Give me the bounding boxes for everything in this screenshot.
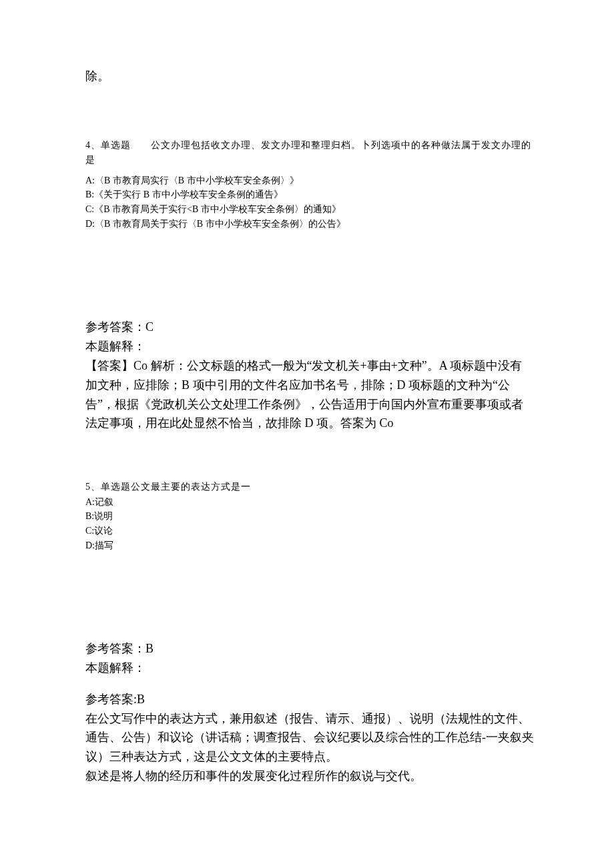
q4-stem: 4、单选题 公文办理包括收文办理、发文办理和整理归档。卜列选项中的各种做法属于发… <box>85 138 534 168</box>
q5-body-1: 在公文写作中的表达方式，兼用叙述（报告、请示、通报）、说明（法规性的文件、通告、… <box>85 709 534 767</box>
q5-option-c: C:议论 <box>85 524 534 538</box>
q4-option-b: B:《关于实行 B 市中小学校车安全条例的通告》 <box>85 187 534 202</box>
q4-explanation-text: 【答案】Co 解析：公文标题的格式一般为“发文机关+事由+文种”。A 项标题中没… <box>85 356 534 433</box>
q5-option-b: B:说明 <box>85 509 534 524</box>
q4-option-a: A:〈B 市教育局实行〈B 市中小学校车安全条例〉》 <box>85 173 534 188</box>
q5-option-a: A:记叙 <box>85 495 534 510</box>
q4-answer-label: 参考答案：C <box>85 318 534 337</box>
q4-option-d: D:〈B 市教育局关于实行〈B 市中小学校车安全条例〉的公告》 <box>85 217 534 232</box>
q5-explanation-label: 本题解释： <box>85 659 534 678</box>
q5-answer-label: 参考答案：B <box>85 639 534 659</box>
q3-tail-text: 除。 <box>85 67 534 86</box>
q5-ref-answer: 参考答案:B <box>85 690 534 709</box>
q5-stem: 5、单选题公文最主要的表达方式是一 <box>85 480 534 494</box>
q5-option-d: D:描写 <box>85 538 534 553</box>
q4-explanation-label: 本题解释： <box>85 337 534 356</box>
q5-body-2: 叙述是将人物的经历和事件的发展变化过程所作的叙说与交代。 <box>85 767 534 786</box>
q4-option-c: C:《B 市教育局关于实行<B 市中小学校车安全条例〉的通知》 <box>85 202 534 217</box>
